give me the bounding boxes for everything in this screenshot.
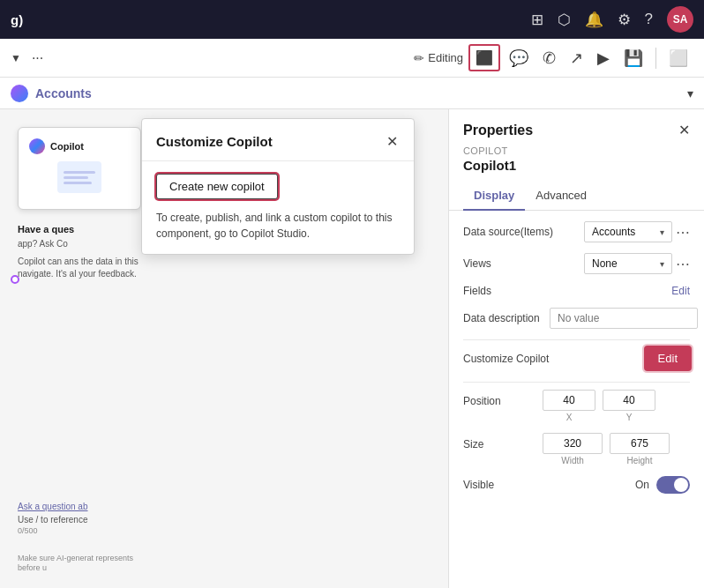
grid-icon[interactable]: ⊞ xyxy=(531,11,543,29)
toolbar-divider xyxy=(655,48,656,69)
chat-button[interactable]: 💬 xyxy=(504,45,534,71)
help-icon[interactable]: ? xyxy=(645,11,653,28)
fields-row: Fields Edit xyxy=(463,285,690,297)
dialog-description: To create, publish, and link a custom co… xyxy=(156,210,400,242)
size-inputs: Width Height xyxy=(543,433,670,465)
divider-2 xyxy=(463,382,690,383)
create-new-copilot-button[interactable]: Create new copilot xyxy=(156,174,278,199)
size-width-input[interactable] xyxy=(543,433,603,454)
views-row: Views None ▾ ⋯ xyxy=(463,253,690,274)
views-more-icon[interactable]: ⋯ xyxy=(676,256,690,272)
pencil-icon: ✏ xyxy=(414,51,424,65)
dialog-close-button[interactable]: ✕ xyxy=(385,131,400,152)
size-height-input[interactable] xyxy=(610,433,670,454)
views-label: Views xyxy=(463,257,543,270)
breadcrumb-title: Accounts xyxy=(35,86,680,100)
data-source-label: Data source(Items) xyxy=(463,226,553,238)
ask-heading: Have a ques xyxy=(18,224,141,234)
position-x-input[interactable] xyxy=(543,390,595,411)
views-dropdown[interactable]: None ▾ xyxy=(584,253,672,274)
copilot-description: Have a ques app? Ask Co Copilot can ans … xyxy=(18,224,141,280)
card-line-1 xyxy=(64,171,95,174)
visible-row: Visible On xyxy=(463,476,690,494)
customize-copilot-row: Customize Copilot Edit xyxy=(463,347,690,369)
panel-body: Data source(Items) Accounts ▾ ⋯ Views No… xyxy=(449,211,704,588)
toggle-knob xyxy=(674,478,688,492)
editing-label: Editing xyxy=(428,51,463,64)
panel-copilot-name: Copilot1 xyxy=(449,158,704,182)
app-icon xyxy=(11,85,28,102)
customize-copilot-edit-button[interactable]: Edit xyxy=(646,347,690,369)
expand-button[interactable]: ⬜ xyxy=(663,45,693,71)
divider-1 xyxy=(463,339,690,340)
data-desc-row: Data description xyxy=(463,308,690,329)
app-dropdown[interactable]: ▼ xyxy=(11,52,21,64)
teams-icon[interactable]: ⬡ xyxy=(558,11,571,29)
position-label: Position xyxy=(463,390,543,407)
card-line-3 xyxy=(64,182,92,184)
bell-icon[interactable]: 🔔 xyxy=(585,11,603,29)
panel-close-button[interactable]: ✕ xyxy=(678,122,690,138)
top-bar-right: ⊞ ⬡ 🔔 ⚙ ? SA xyxy=(531,6,693,33)
toolbar: ▼ ··· ✏ Editing ⬛ 💬 ✆ ↗ ▶ 💾 ⬜ xyxy=(0,39,704,78)
editing-section: ✏ Editing xyxy=(414,51,463,65)
data-source-more-icon[interactable]: ⋯ xyxy=(676,224,690,241)
copilot-panel-button[interactable]: ⬛ xyxy=(468,44,500,71)
views-control: None ▾ ⋯ xyxy=(550,253,690,274)
size-height-label: Height xyxy=(610,456,670,465)
ask-subtext: app? Ask Co xyxy=(18,238,141,250)
copilot-logo-icon xyxy=(29,138,45,154)
position-y-group: Y xyxy=(603,390,655,422)
properties-panel: Properties ✕ COPILOT Copilot1 Display Ad… xyxy=(448,109,704,588)
copilot-card: Copilot xyxy=(18,127,141,210)
copilot-card-title: Copilot xyxy=(50,141,84,152)
input-link-text[interactable]: Ask a question ab xyxy=(18,502,141,511)
position-inputs: X Y xyxy=(543,390,655,422)
settings-icon[interactable]: ⚙ xyxy=(618,11,631,29)
more-options-button[interactable]: ··· xyxy=(26,47,49,70)
size-row: Size Width Height xyxy=(463,433,690,465)
copilot-card-icon xyxy=(57,161,101,193)
tab-advanced[interactable]: Advanced xyxy=(525,182,597,211)
panel-header: Properties ✕ xyxy=(449,109,704,145)
position-x-label: X xyxy=(543,413,595,422)
top-bar: g) ⊞ ⬡ 🔔 ⚙ ? SA xyxy=(0,0,704,39)
breadcrumb-bar: Accounts ▾ xyxy=(0,78,704,109)
dialog-header: Customize Copilot ✕ xyxy=(142,119,414,161)
visible-control: On xyxy=(635,476,690,494)
visible-toggle[interactable] xyxy=(656,476,690,494)
panel-tabs: Display Advanced xyxy=(449,182,704,211)
app-title: g) xyxy=(11,12,23,27)
panel-title: Properties xyxy=(463,123,533,138)
input-sub-text: Use / to reference xyxy=(18,515,141,525)
tab-display[interactable]: Display xyxy=(463,182,525,211)
position-row: Position X Y xyxy=(463,390,690,422)
size-height-group: Height xyxy=(610,433,670,465)
avatar[interactable]: SA xyxy=(667,6,693,33)
copilot-desc-text: Copilot can ans the data in this navigat… xyxy=(18,256,141,280)
data-desc-input[interactable] xyxy=(550,308,698,329)
position-y-label: Y xyxy=(603,413,655,422)
size-width-group: Width xyxy=(543,433,603,465)
position-y-input[interactable] xyxy=(603,390,655,411)
visible-value: On xyxy=(635,479,649,491)
call-button[interactable]: ✆ xyxy=(537,45,561,71)
copilot-card-lines xyxy=(64,171,95,184)
fields-edit-link[interactable]: Edit xyxy=(671,285,690,297)
save-button[interactable]: 💾 xyxy=(618,45,648,71)
copilot-input-area: Ask a question ab Use / to reference 0/5… xyxy=(18,502,141,535)
dialog-body: Create new copilot To create, publish, a… xyxy=(142,161,414,254)
data-desc-control xyxy=(550,308,698,329)
share-button[interactable]: ↗ xyxy=(565,45,588,71)
breadcrumb-chevron[interactable]: ▾ xyxy=(687,86,693,100)
char-count: 0/500 xyxy=(18,526,141,535)
data-source-dropdown[interactable]: Accounts ▾ xyxy=(584,221,672,242)
visible-label: Visible xyxy=(463,479,543,491)
copilot-card-header: Copilot xyxy=(29,138,130,154)
canvas-area: Copilot Have a ques app? Ask Co Copilot … xyxy=(0,109,448,588)
data-source-control: Accounts ▾ ⋯ xyxy=(560,221,690,242)
views-arrow-icon: ▾ xyxy=(660,259,664,269)
views-value: None xyxy=(592,257,618,270)
play-button[interactable]: ▶ xyxy=(592,45,615,71)
data-source-row: Data source(Items) Accounts ▾ ⋯ xyxy=(463,221,690,242)
